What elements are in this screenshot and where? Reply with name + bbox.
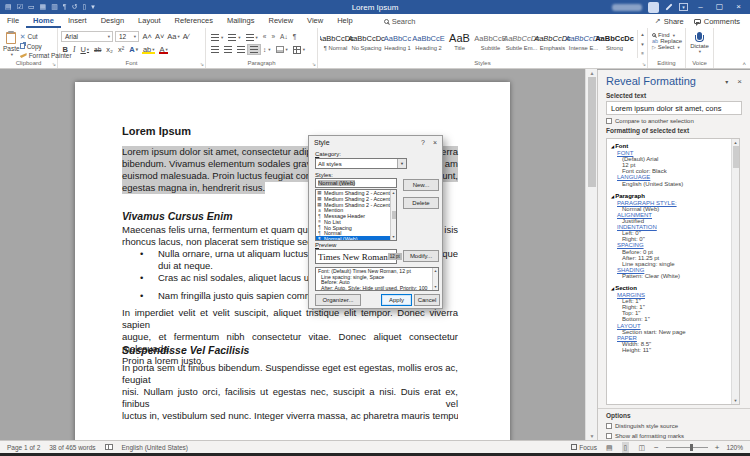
tab-insert[interactable]: Insert bbox=[61, 14, 94, 28]
tree-scroll-thumb[interactable] bbox=[733, 146, 739, 168]
organizer-button[interactable]: Organizer... bbox=[315, 294, 361, 306]
paste-button[interactable]: Paste ▾ bbox=[3, 30, 20, 58]
styles-list[interactable]: ▲ ▼ ▦Medium Shading 2 - Accent 4▦Medium … bbox=[315, 189, 397, 241]
font-name-combo[interactable]: Arial ▾ bbox=[61, 31, 113, 42]
styles-list-scrollbar[interactable]: ▲ ▼ bbox=[390, 190, 396, 240]
search-box[interactable]: Search bbox=[384, 17, 416, 26]
description-scrollbar[interactable]: ▲ ▼ bbox=[432, 268, 438, 290]
zoom-out-button[interactable]: − bbox=[654, 443, 659, 452]
shrink-font-icon[interactable]: A˅ bbox=[153, 31, 165, 42]
tree-scroll-down-icon[interactable]: ▼ bbox=[734, 398, 738, 403]
decrease-indent-icon[interactable]: « bbox=[261, 32, 269, 42]
styles-gallery-scroll[interactable]: ▲ ▼ ≡ bbox=[637, 30, 647, 58]
grid-icon[interactable]: ▦ bbox=[40, 0, 47, 14]
ink-pen-icon[interactable] bbox=[665, 3, 672, 10]
tab-review[interactable]: Review bbox=[261, 14, 300, 28]
style-gallery-item-emphasis[interactable]: AaBbCcDcEmphasis bbox=[537, 30, 568, 58]
category-dropdown[interactable]: All styles ▼ bbox=[315, 158, 407, 169]
comments-button[interactable]: Comments bbox=[694, 17, 740, 26]
clipboard-dialog-launcher-icon[interactable]: ⇘ bbox=[52, 61, 56, 67]
compare-selection-checkbox[interactable]: Compare to another selection bbox=[598, 115, 750, 125]
list-scroll-up-icon[interactable]: ▲ bbox=[392, 191, 395, 195]
styles-dialog-launcher-icon[interactable]: ⇘ bbox=[642, 61, 646, 67]
dialog-help-icon[interactable]: ? bbox=[421, 139, 425, 146]
page-number-status[interactable]: Page 1 of 2 bbox=[7, 444, 40, 451]
language-status[interactable]: English (United States) bbox=[122, 444, 188, 451]
style-gallery-item-title[interactable]: AaBTitle bbox=[444, 30, 475, 58]
underline-icon[interactable]: U▾ bbox=[79, 44, 91, 55]
bold-icon[interactable]: B bbox=[61, 44, 69, 55]
user-avatar[interactable] bbox=[648, 2, 659, 13]
style-list-item-normal-web[interactable]: ¶Normal (Web) bbox=[316, 236, 390, 241]
apply-button[interactable]: Apply bbox=[381, 294, 412, 306]
style-gallery-item-normal[interactable]: AaBbCcDc¶ Normal bbox=[320, 30, 351, 58]
tab-design[interactable]: Design bbox=[94, 14, 131, 28]
ribbon-display-options-icon[interactable]: ▾ bbox=[679, 3, 688, 11]
restore-button[interactable]: ▢ bbox=[713, 0, 726, 14]
tree-scroll-up-icon[interactable]: ▲ bbox=[734, 140, 738, 145]
document-scrollbar[interactable]: ▲ ▼ bbox=[585, 69, 597, 440]
undo-icon[interactable]: ↺ bbox=[72, 0, 78, 14]
borders-icon[interactable]: ▾ bbox=[291, 45, 307, 55]
italic-icon[interactable]: I bbox=[71, 44, 77, 55]
justify-icon[interactable] bbox=[248, 45, 260, 54]
desc-scroll-up-icon[interactable]: ▲ bbox=[434, 269, 437, 273]
style-gallery-item-subtitle[interactable]: AaBbCcESubtitle bbox=[475, 30, 506, 58]
zoom-level[interactable]: 120% bbox=[726, 444, 743, 451]
window-icon[interactable]: ▭ bbox=[28, 0, 35, 14]
gallery-down-icon[interactable]: ▼ bbox=[640, 42, 644, 47]
desc-scroll-down-icon[interactable]: ▼ bbox=[434, 285, 437, 289]
web-layout-button[interactable]: ◫ bbox=[636, 442, 647, 453]
panel-close-icon[interactable]: × bbox=[737, 77, 742, 86]
new-style-button[interactable]: New... bbox=[403, 179, 439, 191]
document-page[interactable]: Lorem Ipsum Lorem ipsum dolor sit amet, … bbox=[75, 82, 510, 440]
gallery-up-icon[interactable]: ▲ bbox=[640, 32, 644, 37]
zoom-slider-knob[interactable] bbox=[690, 444, 693, 451]
style-dialog-titlebar[interactable]: Style ? × bbox=[309, 136, 442, 148]
spellcheck-icon[interactable]: ☑ bbox=[17, 0, 23, 14]
distinguish-style-source-checkbox[interactable]: Distinguish style source bbox=[598, 420, 750, 430]
style-gallery-item-no-spacing[interactable]: AaBbCcDcNo Spacing bbox=[351, 30, 382, 58]
sort-icon[interactable]: A↓ bbox=[278, 32, 290, 42]
tab-references[interactable]: References bbox=[168, 14, 220, 28]
pilcrow-icon[interactable]: ¶ bbox=[63, 0, 67, 14]
tab-file[interactable]: File bbox=[0, 14, 26, 28]
focus-mode-button[interactable]: Focus bbox=[571, 444, 597, 451]
selected-text-box[interactable]: Lorem ipsum dolor sit amet, cons bbox=[606, 101, 742, 115]
style-gallery-item-heading-1[interactable]: AaBbCcHeading 1 bbox=[382, 30, 413, 58]
clear-formatting-icon[interactable]: A∕ bbox=[181, 31, 190, 42]
tab-layout[interactable]: Layout bbox=[131, 14, 168, 28]
text-effects-icon[interactable]: A▾ bbox=[128, 44, 140, 55]
paragraph-dialog-launcher-icon[interactable]: ⇘ bbox=[312, 61, 316, 67]
select-button[interactable]: ▷Select▾ bbox=[652, 44, 682, 50]
align-center-icon[interactable] bbox=[222, 45, 234, 54]
share-button[interactable]: ↗ Share bbox=[655, 17, 684, 26]
qat-more-icon[interactable]: ▾ bbox=[91, 0, 95, 14]
bullet-list-icon[interactable]: ▾ bbox=[209, 33, 225, 42]
dictate-dropdown-icon[interactable]: ▾ bbox=[699, 49, 701, 54]
align-right-icon[interactable] bbox=[235, 45, 247, 54]
subscript-icon[interactable]: x₂ bbox=[105, 44, 115, 55]
save-icon[interactable]: ▤ bbox=[5, 0, 12, 14]
tab-view[interactable]: View bbox=[300, 14, 330, 28]
list-scroll-thumb[interactable] bbox=[392, 211, 396, 219]
show-formatting-marks-icon[interactable]: ¶ bbox=[291, 32, 299, 42]
multilevel-list-icon[interactable]: ▾ bbox=[244, 33, 260, 42]
style-name-input[interactable]: Normal (Web) bbox=[315, 178, 397, 188]
highlight-color-icon[interactable]: ab▾ bbox=[141, 44, 156, 55]
collapse-ribbon-icon[interactable]: ˄ bbox=[742, 61, 746, 67]
proofing-status[interactable] bbox=[105, 444, 113, 450]
tree-scrollbar[interactable]: ▲ ▼ bbox=[731, 139, 739, 404]
show-formatting-marks-checkbox[interactable]: Show all formatting marks bbox=[598, 430, 750, 440]
print-layout-button[interactable]: ▯ bbox=[622, 442, 630, 453]
list-scroll-down-icon[interactable]: ▼ bbox=[392, 235, 395, 239]
delete-style-button[interactable]: Delete bbox=[403, 197, 439, 209]
zoom-slider[interactable] bbox=[666, 447, 708, 448]
font-color-icon[interactable]: A▾ bbox=[158, 44, 169, 55]
print-icon[interactable]: ▥ bbox=[51, 0, 58, 14]
change-case-icon[interactable]: Aa▾ bbox=[166, 31, 181, 42]
increase-indent-icon[interactable]: » bbox=[269, 32, 277, 42]
zoom-in-button[interactable]: + bbox=[715, 443, 720, 452]
font-dialog-launcher-icon[interactable]: ⇘ bbox=[200, 61, 204, 67]
strikethrough-icon[interactable]: ab bbox=[93, 44, 103, 55]
